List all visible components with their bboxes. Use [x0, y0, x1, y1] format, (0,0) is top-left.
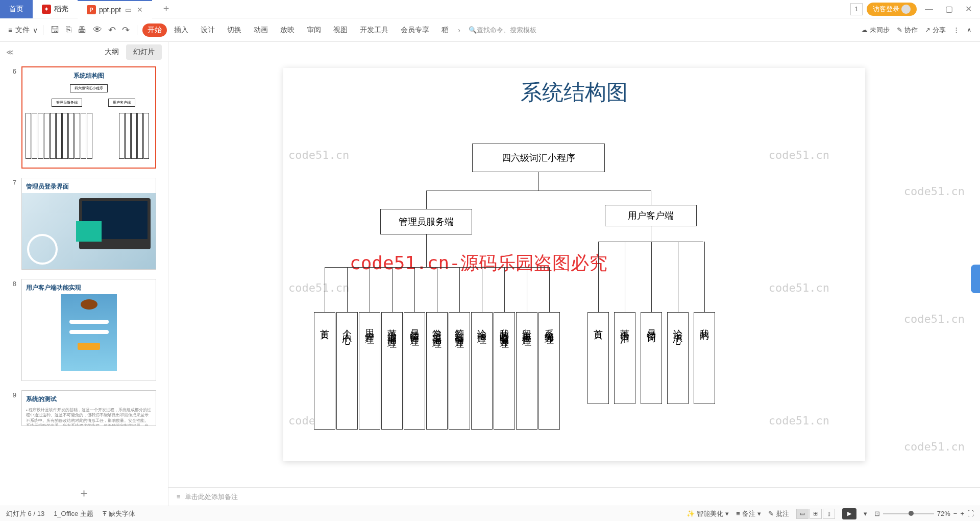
thumb-number: 8 [8, 279, 16, 288]
watermark: code51.cn [769, 149, 829, 161]
ribbon-tab-insert[interactable]: 插入 [169, 23, 193, 37]
collapse-panel-icon[interactable]: ≪ [6, 48, 14, 56]
fullscreen-icon[interactable]: ⛶ [967, 510, 974, 517]
zoom-level[interactable]: 72% [937, 510, 950, 517]
missing-font-button[interactable]: Ŧ 缺失字体 [103, 509, 135, 518]
avatar-icon [901, 5, 911, 14]
window-count-icon[interactable]: 1 [850, 3, 863, 15]
thumbnail-list[interactable]: 6 系统结构图 四六级词汇小程序 管理员服务端 用户客户端 [0, 62, 168, 481]
org-leaf-admin: 留言板管理 [516, 312, 537, 430]
print-icon[interactable]: 🖶 [76, 25, 89, 35]
thumbnail-9[interactable]: 系统的测试 • 程序设计是软件开发的基础，这是一个开发过程，系统组成部分的过程中… [21, 390, 156, 426]
share-label: 分享 [933, 26, 946, 35]
zoom-fit-icon[interactable]: ⊡ [874, 510, 880, 517]
preview-icon[interactable]: 👁 [91, 25, 104, 35]
view-normal-button[interactable]: ▭ [796, 509, 808, 519]
outline-tab[interactable]: 大纲 [97, 44, 126, 60]
org-leaf-admin: 个人中心 [336, 312, 358, 430]
org-leaf-user: 易错词 [641, 312, 662, 404]
ribbon-tab-view[interactable]: 视图 [328, 23, 353, 37]
tab-docker[interactable]: ✦ 稻壳 [33, 0, 78, 18]
sync-label: 未同步 [870, 26, 890, 35]
tab-home[interactable]: 首页 [0, 0, 33, 18]
org-leaf-admin: 系统管理 [538, 312, 560, 430]
org-leaf-admin: 首页 [314, 312, 335, 430]
slide-viewport[interactable]: code51.cn code51.cn code51.cn 系统结构图 code… [168, 42, 980, 487]
thumbnail-7[interactable]: 管理员登录界面 [21, 178, 156, 270]
tab-file-ppt[interactable]: P ppt.ppt ▭ ✕ [78, 0, 152, 18]
file-menu-label: 文件 [15, 26, 30, 35]
slide-content[interactable]: 系统结构图 code51.cn code51.cn code51.cn code… [283, 68, 865, 461]
minimize-button[interactable]: — [921, 5, 937, 14]
save-icon[interactable]: 🖫 [48, 25, 62, 35]
view-sorter-button[interactable]: ⊞ [810, 509, 822, 519]
ribbon-tab-animation[interactable]: 动画 [249, 23, 273, 37]
slide-counter: 幻灯片 6 / 13 [6, 509, 44, 518]
slideshow-button[interactable]: ▶ [842, 508, 856, 519]
org-leaf-admin: 英语词汇管理 [381, 312, 403, 430]
save-as-icon[interactable]: ⎘ [64, 25, 74, 35]
ribbon-tab-extra[interactable]: 稻 [436, 23, 454, 37]
watermark: code51.cn [769, 281, 829, 294]
close-button[interactable]: ✕ [961, 4, 976, 14]
thumbnail-8[interactable]: 用户客户端功能实现 [21, 279, 156, 381]
notes-area[interactable]: ≡ 单击此处添加备注 [168, 487, 980, 506]
ribbon-tab-design[interactable]: 设计 [195, 23, 220, 37]
thumb-number: 6 [8, 66, 16, 75]
main-area: ≪ 大纲 幻灯片 6 系统结构图 四六级词汇小程序 管理员服务端 用户客户端 [0, 42, 980, 506]
login-label: 访客登录 [873, 5, 899, 14]
menu-button[interactable]: ≡ 文件 ∨ [8, 26, 38, 35]
thumb-number: 9 [8, 390, 16, 399]
sync-status[interactable]: ☁ 未同步 [861, 26, 890, 35]
side-panel-handle[interactable] [971, 265, 980, 293]
maximize-button[interactable]: ▢ [941, 4, 957, 14]
zoom-out-icon[interactable]: − [953, 510, 958, 517]
slideshow-dropdown-icon[interactable]: ▾ [864, 510, 867, 517]
ribbon-tab-devtools[interactable]: 开发工具 [355, 23, 394, 37]
ribbon-more-icon[interactable]: › [458, 26, 460, 34]
tab-screen-icon[interactable]: ▭ [125, 6, 132, 14]
org-leaf-admin: 我的收藏管理 [494, 312, 515, 430]
thumb-title: 系统的测试 [22, 391, 156, 406]
titlebar: 首页 ✦ 稻壳 P ppt.ppt ▭ ✕ + 1 访客登录 — ▢ ✕ [0, 0, 980, 18]
thumbnail-6[interactable]: 系统结构图 四六级词汇小程序 管理员服务端 用户客户端 [21, 66, 156, 169]
slides-tab[interactable]: 幻灯片 [126, 44, 162, 60]
more-menu-icon[interactable]: ⋮ [953, 26, 960, 34]
ribbon-tab-transition[interactable]: 切换 [222, 23, 247, 37]
beautify-button[interactable]: ✨ 智能美化 ▾ [687, 509, 729, 518]
collab-button[interactable]: ✎ 协作 [897, 26, 918, 35]
thumb-title: 管理员登录界面 [22, 178, 156, 193]
thumb-title: 用户客户端功能实现 [22, 279, 156, 294]
org-leaf-user: 论坛中心 [667, 312, 689, 404]
command-search[interactable]: 🔍 查找命令、搜索模板 [469, 26, 536, 35]
watermark: code51.cn [904, 185, 965, 198]
slide-title: 系统结构图 [283, 68, 865, 113]
theme-name[interactable]: 1_Office 主题 [54, 509, 93, 518]
comments-button[interactable]: ✎ 批注 [768, 509, 789, 518]
docker-icon: ✦ [42, 5, 51, 14]
org-leaf-user: 首页 [587, 312, 609, 404]
tab-file-label: ppt.ppt [99, 6, 121, 14]
guest-login-button[interactable]: 访客登录 [867, 3, 917, 16]
org-leaf-user: 英语词汇 [614, 312, 635, 404]
org-leaf-admin: 学习笔记管理 [426, 312, 448, 430]
view-reading-button[interactable]: ▯ [823, 509, 835, 519]
undo-icon[interactable]: ↶ [106, 25, 118, 36]
zoom-in-icon[interactable]: + [960, 510, 964, 517]
share-button[interactable]: ↗ 分享 [925, 26, 946, 35]
zoom-slider[interactable] [883, 513, 934, 514]
notes-placeholder: 单击此处添加备注 [185, 492, 238, 502]
ribbon-tab-review[interactable]: 审阅 [302, 23, 326, 37]
ribbon-tab-start[interactable]: 开始 [142, 23, 167, 37]
ribbon-tab-slideshow[interactable]: 放映 [275, 23, 300, 37]
view-mode-buttons: ▭ ⊞ ▯ [796, 509, 835, 519]
ribbon-tab-member[interactable]: 会员专享 [396, 23, 434, 37]
org-leaf-admin: 易错词管理 [404, 312, 425, 430]
expand-ribbon-icon[interactable]: ∧ [967, 26, 972, 34]
redo-icon[interactable]: ↷ [120, 25, 132, 36]
org-root-node: 四六级词汇小程序 [472, 144, 605, 172]
notes-toggle[interactable]: ≡ 备注 ▾ [736, 509, 761, 518]
add-slide-button[interactable]: + [0, 481, 168, 506]
tab-close-icon[interactable]: ✕ [137, 6, 143, 14]
tab-add-button[interactable]: + [158, 3, 175, 15]
